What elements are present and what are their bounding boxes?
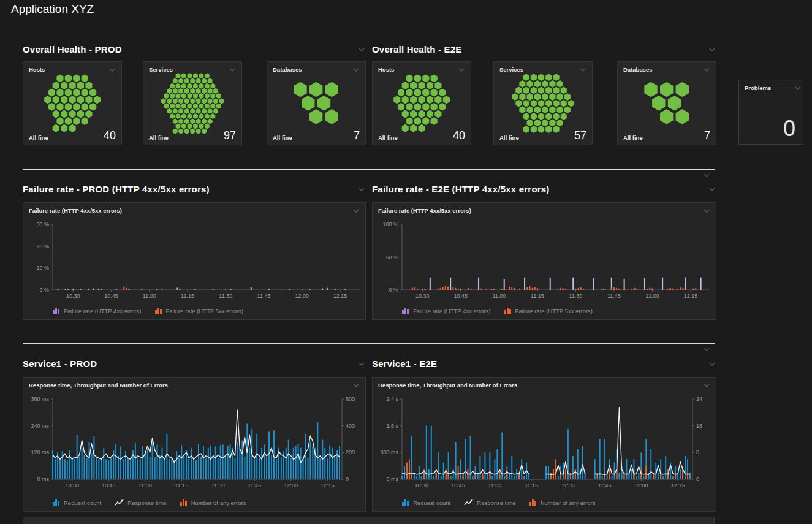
- failure-rate-e2e-tile[interactable]: Failure rate (HTTP 4xx/5xx errors) 0 %50…: [372, 202, 716, 320]
- chevron-down-icon[interactable]: [357, 360, 366, 368]
- entity-count: 7: [704, 130, 710, 141]
- health-tile-services-prod[interactable]: Services All fine 97: [143, 61, 242, 145]
- health-tile-services-e2e[interactable]: Services All fine 57: [493, 61, 593, 145]
- chevron-down-icon[interactable]: [357, 186, 366, 193]
- legend-label: Failure rate (HTTP 5xx errors): [515, 308, 593, 314]
- chevron-down-icon[interactable]: [702, 346, 711, 353]
- svg-text:12:15: 12:15: [321, 482, 335, 488]
- chevron-down-icon[interactable]: [708, 46, 716, 53]
- svg-text:10:45: 10:45: [451, 482, 465, 488]
- svg-text:800 ms: 800 ms: [380, 449, 398, 455]
- legend-item: Number of any errors: [529, 499, 596, 506]
- service-metrics-chart[interactable]: 0 ms800 ms1.6 s2.4 s08162410:3010:4511:0…: [373, 393, 716, 492]
- chevron-down-icon[interactable]: [794, 85, 802, 92]
- chevron-down-icon[interactable]: [708, 360, 716, 368]
- section-header-service1-e2e: Service1 - E2E: [372, 359, 716, 369]
- svg-text:600: 600: [346, 396, 355, 402]
- svg-text:10:30: 10:30: [65, 482, 79, 488]
- chevron-down-icon[interactable]: [702, 382, 711, 389]
- failure-rate-chart[interactable]: 0 %10 %20 %30 %10:3010:4511:0011:1511:30…: [23, 219, 365, 302]
- svg-text:10:45: 10:45: [102, 482, 116, 488]
- svg-text:120 ms: 120 ms: [31, 449, 49, 455]
- section-title: Failure rate - PROD (HTTP 4xx/5xx errors…: [23, 184, 210, 194]
- legend-label: Response time: [127, 499, 166, 506]
- svg-text:11:45: 11:45: [257, 293, 271, 299]
- health-tile-databases-prod[interactable]: Databases All fine 7: [267, 61, 366, 145]
- health-tile-databases-e2e[interactable]: Databases All fine 7: [617, 61, 716, 145]
- service1-prod-tile[interactable]: Response time, Throughput and Number of …: [23, 377, 366, 512]
- svg-text:10:30: 10:30: [415, 293, 430, 299]
- legend-label: Number of any errors: [541, 499, 596, 506]
- svg-text:12:15: 12:15: [684, 293, 698, 299]
- legend-item: Request count: [402, 499, 450, 506]
- service1-e2e-tile[interactable]: Response time, Throughput and Number of …: [372, 377, 716, 512]
- chevron-down-icon[interactable]: [702, 172, 711, 179]
- next-row-peek: [23, 517, 715, 524]
- svg-text:12:00: 12:00: [295, 293, 309, 299]
- bar-series-icon: [529, 499, 537, 506]
- entity-count: 40: [453, 130, 465, 141]
- legend-item: Failure rate (HTTP 5xx errors): [504, 307, 593, 314]
- health-tile-hosts-prod[interactable]: Hosts All fine 40: [23, 61, 122, 145]
- svg-text:12:15: 12:15: [671, 482, 685, 488]
- bar-series-icon: [53, 307, 61, 314]
- service-metrics-chart[interactable]: 0 ms120 ms240 ms360 ms020040060010:3010:…: [23, 393, 365, 492]
- entity-count: 7: [354, 130, 360, 141]
- svg-text:0: 0: [346, 476, 349, 482]
- honeycomb-chart[interactable]: [292, 81, 340, 125]
- svg-text:10:30: 10:30: [415, 482, 429, 488]
- chevron-down-icon[interactable]: [352, 382, 360, 389]
- svg-text:11:15: 11:15: [181, 293, 194, 299]
- svg-text:0: 0: [696, 476, 699, 482]
- svg-text:200: 200: [346, 449, 355, 455]
- entity-count: 40: [104, 130, 116, 141]
- svg-text:50 %: 50 %: [385, 254, 398, 260]
- problems-tile[interactable]: Problems 0: [738, 80, 803, 145]
- tile-title: Hosts: [378, 66, 394, 73]
- dashboard: Application XYZ Overall Health - PROD Ov…: [0, 0, 812, 524]
- legend-item: Response time: [115, 499, 166, 506]
- problems-sparkline: [776, 88, 794, 88]
- chevron-down-icon[interactable]: [352, 207, 360, 215]
- legend-label: Response time: [477, 499, 515, 506]
- svg-text:10 %: 10 %: [36, 265, 49, 271]
- chart-title: Response time, Throughput and Number of …: [378, 382, 517, 389]
- svg-text:11:30: 11:30: [219, 293, 232, 299]
- chevron-down-icon[interactable]: [702, 207, 711, 215]
- section-header-overall-health-prod: Overall Health - PROD: [23, 44, 366, 55]
- svg-text:11:00: 11:00: [488, 482, 501, 488]
- chevron-down-icon[interactable]: [708, 186, 716, 193]
- health-tile-hosts-e2e[interactable]: Hosts All fine 40: [372, 61, 471, 145]
- chevron-down-icon[interactable]: [357, 46, 366, 53]
- honeycomb-chart[interactable]: [392, 74, 451, 133]
- honeycomb-chart[interactable]: [642, 81, 691, 125]
- svg-text:20 %: 20 %: [36, 243, 49, 249]
- section-title: Overall Health - PROD: [23, 44, 122, 55]
- svg-text:0 ms: 0 ms: [37, 476, 49, 482]
- svg-text:360 ms: 360 ms: [31, 396, 49, 402]
- svg-text:11:30: 11:30: [561, 482, 575, 488]
- section-title: Failure rate - E2E (HTTP 4xx/5xx errors): [372, 184, 550, 194]
- page-title: Application XYZ: [11, 2, 94, 16]
- honeycomb-chart[interactable]: [510, 73, 575, 134]
- honeycomb-chart[interactable]: [160, 72, 225, 135]
- svg-text:30 %: 30 %: [36, 221, 49, 227]
- svg-text:400: 400: [346, 423, 355, 429]
- svg-text:11:15: 11:15: [525, 482, 538, 488]
- line-series-icon: [115, 499, 124, 506]
- section-title: Service1 - PROD: [23, 359, 97, 369]
- chart-legend: Request count Response time Number of an…: [53, 499, 246, 506]
- legend-label: Failure rate (HTTP 4xx errors): [413, 308, 491, 314]
- tile-title: Problems: [745, 85, 771, 91]
- bar-series-icon: [402, 499, 410, 506]
- honeycomb-chart[interactable]: [43, 74, 102, 133]
- svg-text:11:15: 11:15: [531, 293, 544, 299]
- section-header-failure-e2e: Failure rate - E2E (HTTP 4xx/5xx errors): [372, 184, 716, 194]
- bar-series-icon: [402, 307, 410, 314]
- status-text: All fine: [29, 134, 48, 141]
- tile-title: Hosts: [29, 66, 45, 73]
- svg-text:240 ms: 240 ms: [31, 423, 49, 429]
- svg-text:12:15: 12:15: [333, 293, 347, 299]
- failure-rate-prod-tile[interactable]: Failure rate (HTTP 4xx/5xx errors) 0 %10…: [23, 202, 366, 320]
- failure-rate-chart[interactable]: 0 %50 %100 %10:3010:4511:0011:1511:3011:…: [373, 219, 716, 302]
